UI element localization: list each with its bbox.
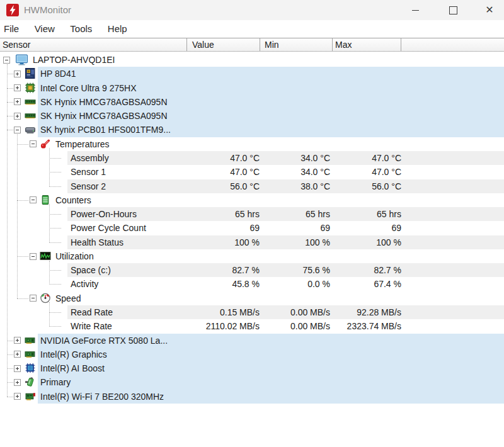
tree-row-hp-8d41[interactable]: HP 8D41 [0,67,504,81]
tree-row-temperatures[interactable]: Temperatures [0,137,504,151]
max-cell: 100 % [376,235,401,249]
tree-row-intel-core-ultra-9-275hx[interactable]: Intel Core Ultra 9 275HX [0,81,504,95]
value-cell: 45.8 % [232,277,260,291]
tree-row-nvidia-geforce-rtx-5080-la[interactable]: NVIDIA GeForce RTX 5080 La... [0,334,504,348]
tree-connector [7,88,13,89]
row-highlight [67,305,504,319]
expand-toggle-collapsed[interactable] [14,337,21,344]
ram-icon [24,110,37,121]
tree-row-intel-r-ai-boost[interactable]: Intel(R) AI Boost [0,361,504,375]
tree-row-sk-hynix-hmcg78agbsa095n[interactable]: SK Hynix HMCG78AGBSA095N [0,95,504,109]
cpu-icon [24,82,37,93]
menu-tools[interactable]: Tools [64,20,98,38]
row-highlight [38,375,504,389]
expand-toggle-collapsed[interactable] [14,98,21,105]
value-cell: 65 hrs [235,207,260,221]
tree-connector [7,368,13,369]
expand-toggle-collapsed[interactable] [14,351,21,358]
tree-row-intel-r-wi-fi-7-be200-320mhz[interactable]: Intel(R) Wi-Fi 7 BE200 320MHz [0,390,504,404]
tree-row-sensor-2[interactable]: Sensor 256.0 °C38.0 °C56.0 °C [0,179,504,193]
tree-connector [49,158,61,159]
tree-row-primary[interactable]: Primary [0,375,504,389]
hwmonitor-window: HWMonitor ✕ File View Tools Help Sensor … [0,0,504,447]
row-label: Intel(R) Graphics [40,348,107,361]
tree-row-sk-hynix-hmcg78agbsa095n[interactable]: SK Hynix HMCG78AGBSA095N [0,109,504,123]
row-label: Assembly [71,151,109,165]
tree-row-activity[interactable]: Activity45.8 %0.0 %67.4 % [0,277,504,291]
tree-connector [49,326,61,327]
tree-row-power-on-hours[interactable]: Power-On-Hours65 hrs65 hrs65 hrs [0,207,504,221]
disk-icon [24,124,37,135]
expand-toggle-expanded[interactable] [30,196,37,203]
column-header-sensor[interactable]: Sensor [0,38,187,51]
gpu-icon [24,349,37,359]
tree-connector [17,200,28,201]
tree-row-write-rate[interactable]: Write Rate2110.02 MB/s0.00 MB/s2323.74 M… [0,319,504,333]
tree-row-intel-r-graphics[interactable]: Intel(R) Graphics [0,348,504,361]
column-header-row: Sensor Value Min Max [0,38,504,52]
tree-row-assembly[interactable]: Assembly47.0 °C34.0 °C47.0 °C [0,151,504,165]
tree-connector [49,312,61,313]
minimize-button[interactable] [401,0,430,20]
row-label: Power-On-Hours [71,207,137,221]
row-label: SK Hynix HMCG78AGBSA095N [40,109,168,123]
max-cell: 47.0 °C [372,151,401,165]
ram-icon [24,96,37,107]
row-highlight [67,179,504,193]
row-label: Counters [55,193,91,207]
expand-toggle-expanded[interactable] [3,57,10,64]
expand-toggle-collapsed[interactable] [14,393,21,400]
maximize-button[interactable] [438,0,467,20]
battery-icon [24,376,37,387]
expand-toggle-expanded[interactable] [30,253,37,260]
tree-row-counters[interactable]: Counters [0,193,504,207]
value-cell: 0.15 MB/s [220,305,260,319]
tree-connector [7,382,13,383]
expand-toggle-collapsed[interactable] [14,71,21,77]
expand-toggle-collapsed[interactable] [14,379,21,386]
min-cell: 0.00 MB/s [290,305,330,319]
maximize-icon [449,6,457,14]
counters-icon [40,195,51,205]
column-header-value[interactable]: Value [187,38,260,51]
tree-connector [7,130,13,130]
close-button[interactable]: ✕ [475,0,504,20]
title-bar: HWMonitor ✕ [0,0,504,20]
column-header-min[interactable]: Min [260,38,333,51]
tree-row-sensor-1[interactable]: Sensor 147.0 °C34.0 °C47.0 °C [0,165,504,179]
menu-help[interactable]: Help [101,20,134,38]
min-cell: 34.0 °C [301,165,330,179]
tree-connector [49,214,61,215]
tree-row-health-status[interactable]: Health Status100 %100 %100 % [0,235,504,249]
row-label: Temperatures [55,137,110,151]
tree-row-utilization[interactable]: Utilization [0,249,504,263]
menu-file[interactable]: File [0,20,25,38]
tree-row-power-cycle-count[interactable]: Power Cycle Count696969 [0,221,504,235]
min-cell: 34.0 °C [301,151,330,165]
value-cell: 47.0 °C [230,165,260,179]
tree-connector [17,256,28,257]
speed-icon [40,293,51,303]
max-cell: 92.28 MB/s [357,305,401,319]
row-highlight [38,361,504,375]
tree-row-sk-hynix-pcb01-hfs001tfm9[interactable]: SK hynix PCB01 HFS001TFM9... [0,123,504,137]
tree-row-speed[interactable]: Speed [0,291,504,305]
menu-view[interactable]: View [28,20,61,38]
expand-toggle-collapsed[interactable] [14,113,21,120]
expand-toggle-collapsed[interactable] [14,84,21,91]
tree-row-read-rate[interactable]: Read Rate0.15 MB/s0.00 MB/s92.28 MB/s [0,305,504,319]
minimize-icon [412,10,419,11]
row-label: Speed [55,291,81,305]
tree-row-space-c[interactable]: Space (c:)82.7 %75.6 %82.7 % [0,263,504,277]
expand-toggle-expanded[interactable] [30,295,37,302]
expand-toggle-collapsed[interactable] [14,365,21,372]
tree-row-laptop-ahvqd1ei[interactable]: LAPTOP-AHVQD1EI [0,53,504,67]
column-header-max[interactable]: Max [333,38,401,51]
max-cell: 65 hrs [377,207,401,221]
ai-chip-icon [24,363,37,373]
tree-connector [49,270,61,271]
tree-connector [49,172,61,173]
expand-toggle-expanded[interactable] [14,127,21,133]
expand-toggle-expanded[interactable] [30,140,37,147]
column-header-blank [401,38,504,51]
